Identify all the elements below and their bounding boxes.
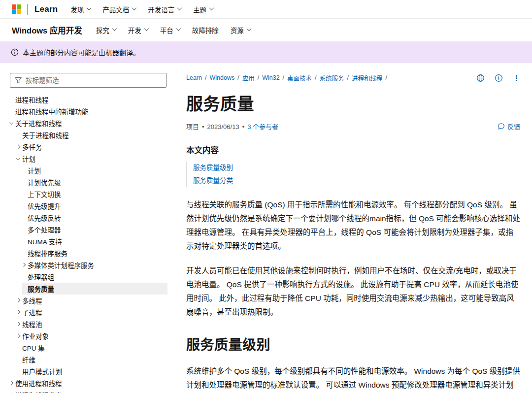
sidebar-item[interactable]: 计划优先级 bbox=[22, 176, 167, 188]
paragraph-2: 开发人员可能已在使用其他设施来控制何时执行，例如用户不在场时、仅在交流/充电时，… bbox=[186, 264, 520, 319]
breadcrumb-separator: / bbox=[315, 74, 316, 81]
sidebar-item-label: 进程和线程参考 bbox=[15, 390, 62, 393]
sidebar-item-label: 服务质量 bbox=[28, 284, 54, 294]
topnav-item-topics[interactable]: 主题 bbox=[193, 4, 213, 14]
sidebar-item-label: 关于进程和线程 bbox=[22, 130, 69, 140]
in-this-article-heading: 本文内容 bbox=[186, 144, 520, 156]
sidebar-item[interactable]: 多个处理器 bbox=[22, 224, 167, 235]
article-date: 2023/06/13 bbox=[207, 123, 239, 131]
article-kind: 项目 bbox=[186, 123, 199, 131]
topnav-item-product-docs[interactable]: 产品文档 bbox=[102, 4, 136, 14]
breadcrumb-link[interactable]: 进程和线程 bbox=[352, 73, 383, 83]
chevron-down-icon bbox=[176, 26, 181, 31]
chevron-right-icon bbox=[17, 299, 22, 302]
sidebar-item-label: 作业对象 bbox=[22, 331, 49, 341]
sidebar-item[interactable]: 多线程 bbox=[17, 295, 167, 306]
sidebar-item-label: 关于进程和线程 bbox=[15, 118, 62, 128]
contributors-link[interactable]: 3 个参与者 bbox=[247, 123, 278, 131]
breadcrumb-separator: / bbox=[283, 74, 284, 81]
globe-icon bbox=[476, 74, 485, 82]
title-filter[interactable] bbox=[10, 73, 166, 88]
sidebar-item[interactable]: 多媒体类计划程序服务 bbox=[22, 259, 167, 271]
sidebar-item[interactable]: 使用进程和线程 bbox=[10, 377, 167, 389]
chevron-down-icon bbox=[132, 5, 137, 10]
sidebar-item[interactable]: 进程和线程 bbox=[10, 94, 167, 105]
sidebar-item[interactable]: 服务质量 bbox=[22, 283, 167, 295]
sitenav-item-develop[interactable]: 开发 bbox=[128, 25, 148, 35]
chevron-right-icon bbox=[22, 263, 28, 266]
sidebar-item[interactable]: 纤维 bbox=[17, 354, 167, 365]
more-actions-button[interactable]: ⋮ bbox=[513, 74, 520, 82]
sidebar-item-label: 线程池 bbox=[22, 319, 42, 329]
chevron-down-icon bbox=[246, 26, 251, 31]
chevron-right-icon bbox=[17, 145, 22, 148]
sidebar-item[interactable]: 多任务 bbox=[17, 141, 167, 153]
sitenav-item-resources[interactable]: 资源 bbox=[231, 25, 251, 35]
breadcrumb-link[interactable]: 桌面技术 bbox=[287, 73, 312, 83]
sidebar-item[interactable]: 子进程 bbox=[17, 306, 167, 318]
site-title[interactable]: Windows 应用开发 bbox=[12, 24, 82, 36]
sidebar-item[interactable]: 计划 bbox=[17, 153, 167, 164]
sidebar-item[interactable]: 用户模式计划 bbox=[17, 365, 167, 377]
sidebar-item-label: 用户模式计划 bbox=[22, 366, 62, 376]
sidebar-item-label: 多线程 bbox=[22, 295, 42, 305]
sidebar-item-label: CPU 集 bbox=[22, 343, 45, 353]
sidebar-item-label: 多个处理器 bbox=[28, 225, 61, 234]
sidebar-item-label: 纤维 bbox=[22, 355, 35, 364]
sidebar-item[interactable]: NUMA 支持 bbox=[22, 235, 167, 247]
microsoft-logo-icon[interactable] bbox=[12, 4, 21, 14]
sitenav-item-explore[interactable]: 探究 bbox=[96, 25, 116, 35]
sidebar-item[interactable]: 作业对象 bbox=[17, 330, 167, 342]
sidebar-item[interactable]: 关于进程和线程 bbox=[10, 117, 167, 129]
site-nav: Windows 应用开发 探究 开发 平台 故障排除 资源 bbox=[0, 19, 532, 41]
sidebar-item-label: 上下文切换 bbox=[28, 189, 61, 199]
language-globe-button[interactable] bbox=[476, 74, 485, 82]
sidebar-item[interactable]: 进程和线程参考 bbox=[10, 389, 167, 393]
toc-tree: 进程和线程 进程和线程中的新增功能 关于进程和线程 关于进程和线程 多任务 bbox=[10, 94, 167, 393]
sitenav-item-platform[interactable]: 平台 bbox=[160, 25, 180, 35]
feedback-button[interactable]: 反馈 bbox=[498, 122, 520, 131]
topnav-item-discover[interactable]: 发现 bbox=[70, 4, 91, 14]
sidebar-item[interactable]: 上下文切换 bbox=[22, 188, 167, 200]
breadcrumb-link[interactable]: 系统服务 bbox=[320, 73, 344, 83]
sidebar-item[interactable]: CPU 集 bbox=[17, 342, 167, 354]
sidebar-item[interactable]: 计划 bbox=[22, 164, 167, 176]
sidebar-item-label: 计划 bbox=[22, 154, 35, 164]
chevron-down-icon bbox=[10, 122, 15, 124]
sidebar-item-label: 进程和线程 bbox=[15, 95, 49, 104]
sidebar-item[interactable]: 关于进程和线程 bbox=[17, 129, 167, 141]
article-main: Learn/Windows/应用/Win32/桌面技术/系统服务/进程和线程/ … bbox=[186, 73, 520, 393]
sidebar-item[interactable]: 优先级提升 bbox=[22, 200, 167, 212]
sidebar-item[interactable]: 进程和线程中的新增功能 bbox=[10, 105, 167, 117]
breadcrumb-link[interactable]: 应用 bbox=[242, 73, 255, 83]
sitenav-item-troubleshoot[interactable]: 故障排除 bbox=[192, 25, 219, 35]
sidebar-item[interactable]: 线程池 bbox=[17, 318, 167, 330]
learn-brand-link[interactable]: Learn bbox=[34, 4, 58, 14]
paragraph-1: 与线程关联的服务质量 (QoS) 用于指示所需的性能和电源效率。 每个线程都分配… bbox=[186, 198, 520, 253]
info-icon bbox=[11, 48, 19, 56]
add-button[interactable] bbox=[495, 74, 503, 82]
section-heading-qos-levels: 服务质量级别 bbox=[186, 334, 520, 354]
filter-input[interactable] bbox=[26, 77, 162, 84]
breadcrumb-separator: / bbox=[347, 74, 349, 81]
banner-text: 本主题的部分内容可能是由机器翻译。 bbox=[23, 47, 140, 57]
sidebar-item[interactable]: 处理器组 bbox=[22, 271, 167, 283]
feedback-icon bbox=[498, 123, 505, 130]
breadcrumb-link[interactable]: Win32 bbox=[262, 74, 279, 81]
sidebar-item-label: 计划 bbox=[28, 165, 41, 175]
topnav-item-dev-languages[interactable]: 开发语言 bbox=[148, 4, 181, 14]
page-title: 服务质量 bbox=[186, 91, 520, 115]
plus-circle-icon bbox=[495, 74, 503, 82]
sidebar-item-label: 进程和线程中的新增功能 bbox=[15, 106, 89, 116]
breadcrumb-separator: / bbox=[237, 74, 239, 81]
chevron-right-icon bbox=[17, 311, 22, 314]
sidebar-item-label: NUMA 支持 bbox=[28, 236, 62, 246]
sidebar-item-label: 处理器组 bbox=[28, 272, 54, 282]
sidebar-item-label: 多媒体类计划程序服务 bbox=[28, 260, 94, 270]
breadcrumb-link[interactable]: Learn bbox=[186, 74, 202, 81]
toc-link-qos-classification[interactable]: 服务质量分类 bbox=[193, 174, 520, 187]
breadcrumb-link[interactable]: Windows bbox=[209, 74, 234, 81]
sidebar-item[interactable]: 优先级反转 bbox=[22, 212, 167, 224]
toc-link-qos-levels[interactable]: 服务质量级别 bbox=[193, 162, 520, 174]
sidebar-item[interactable]: 线程排序服务 bbox=[22, 247, 167, 259]
